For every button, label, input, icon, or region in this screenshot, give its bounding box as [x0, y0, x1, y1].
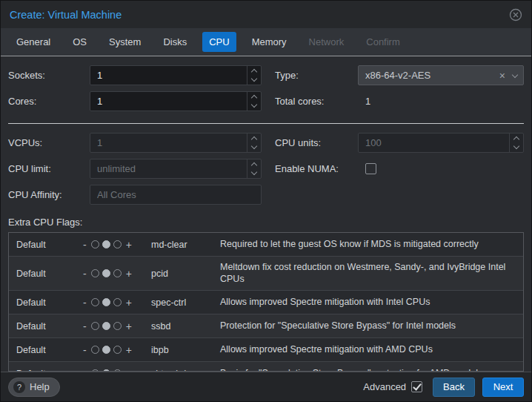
chevron-down-icon[interactable]	[251, 102, 257, 108]
flag-name: spec-ctrl	[144, 297, 220, 308]
sockets-spinner-buttons[interactable]	[247, 66, 261, 85]
back-button[interactable]: Back	[433, 378, 475, 397]
flag-tristate-slider[interactable]: -+	[71, 240, 144, 250]
plus-icon[interactable]: +	[124, 240, 133, 250]
slider-dot-default[interactable]	[102, 240, 110, 248]
advanced-label: Advanced	[363, 381, 406, 392]
chevron-up-icon[interactable]	[513, 136, 519, 142]
cpu-limit-value: unlimited	[97, 163, 242, 174]
slider-dot-default[interactable]	[102, 269, 110, 277]
cpu-affinity-field[interactable]: All Cores	[90, 185, 262, 205]
plus-icon[interactable]: +	[124, 297, 133, 308]
flag-state: Default	[9, 240, 71, 250]
minus-icon[interactable]: -	[82, 345, 88, 355]
help-icon: ?	[13, 381, 25, 393]
slider-dot-yes[interactable]	[113, 322, 122, 330]
flag-name: ibpb	[144, 345, 220, 355]
minus-icon[interactable]: -	[82, 240, 88, 250]
slider-dot-default[interactable]	[102, 346, 110, 354]
tab-general[interactable]: General	[10, 32, 57, 52]
slider-dot-yes[interactable]	[113, 298, 122, 306]
cpu-units-spinner-buttons[interactable]	[509, 134, 523, 152]
tab-os[interactable]: OS	[66, 32, 93, 52]
type-combobox[interactable]: x86-64-v2-AES ×	[358, 65, 524, 85]
flag-row-virt-ssbd: Default-+virt-ssbdBasis for "Speculative…	[9, 362, 523, 372]
enable-numa-label: Enable NUMA:	[266, 163, 353, 174]
flag-row-md-clear: Default-+md-clearRequired to let the gue…	[9, 233, 523, 257]
dialog-footer: ? Help Advanced Back Next	[1, 372, 531, 401]
flag-description: Meltdown fix cost reduction on Westmere,…	[220, 262, 523, 285]
cpu-affinity-label: CPU Affinity:	[8, 189, 85, 200]
flags-table: Default-+md-clearRequired to let the gue…	[8, 232, 524, 372]
flag-tristate-slider[interactable]: -+	[71, 268, 144, 279]
slider-dot-no[interactable]	[91, 240, 99, 248]
flag-description: Allows improved Spectre mitigation with …	[220, 344, 523, 356]
advanced-toggle[interactable]: Advanced	[363, 381, 422, 392]
next-button[interactable]: Next	[482, 378, 524, 397]
flag-state: Default	[9, 297, 71, 308]
tab-memory[interactable]: Memory	[245, 32, 293, 52]
chevron-up-icon[interactable]	[251, 162, 257, 168]
flag-name: ssbd	[144, 321, 220, 332]
create-vm-dialog: Create: Virtual Machine GeneralOSSystemD…	[0, 0, 532, 402]
slider-dot-no[interactable]	[91, 322, 99, 330]
slider-dot-no[interactable]	[91, 298, 99, 306]
cores-spinner-buttons[interactable]	[247, 92, 261, 111]
slider-dot-default[interactable]	[102, 322, 110, 330]
advanced-section-divider	[8, 123, 524, 124]
chevron-down-icon[interactable]	[513, 143, 519, 149]
cpu-limit-spinner-buttons[interactable]	[247, 159, 261, 178]
help-button[interactable]: ? Help	[8, 378, 60, 397]
cores-field[interactable]: 1	[90, 91, 262, 111]
slider-dot-yes[interactable]	[113, 346, 122, 354]
flag-state: Default	[9, 345, 71, 355]
slider-dot-no[interactable]	[91, 269, 99, 277]
close-icon[interactable]	[509, 8, 522, 22]
minus-icon[interactable]: -	[82, 297, 88, 308]
cpu-units-field[interactable]: 100	[358, 133, 524, 153]
type-label: Type:	[266, 70, 353, 81]
slider-dot-no[interactable]	[91, 346, 99, 354]
chevron-down-icon[interactable]	[251, 76, 257, 82]
minus-icon[interactable]: -	[82, 268, 88, 279]
sockets-field[interactable]: 1	[90, 65, 262, 85]
slider-dot-yes[interactable]	[113, 269, 122, 277]
tab-system[interactable]: System	[102, 32, 147, 52]
tab-bar: GeneralOSSystemDisksCPUMemoryNetworkConf…	[1, 28, 531, 56]
chevron-down-icon[interactable]	[251, 169, 257, 175]
slider-dot-yes[interactable]	[113, 240, 122, 248]
flag-tristate-slider[interactable]: -+	[71, 345, 144, 355]
minus-icon[interactable]: -	[82, 321, 88, 332]
clear-icon[interactable]: ×	[494, 70, 511, 82]
tab-disks[interactable]: Disks	[156, 32, 193, 52]
flag-description: Required to let the guest OS know if MDS…	[220, 239, 523, 251]
sockets-label: Sockets:	[8, 70, 85, 81]
vcpus-value: 1	[97, 137, 242, 148]
chevron-up-icon[interactable]	[251, 69, 257, 75]
plus-icon[interactable]: +	[124, 321, 133, 332]
cpu-limit-label: CPU limit:	[8, 163, 85, 174]
chevron-down-icon[interactable]	[512, 71, 518, 77]
vcpus-field[interactable]: 1	[90, 133, 262, 153]
flag-state: Default	[9, 321, 71, 332]
tab-confirm: Confirm	[359, 32, 407, 52]
slider-dot-default[interactable]	[102, 298, 110, 306]
vcpus-spinner-buttons[interactable]	[247, 134, 261, 152]
cpu-units-value: 100	[365, 137, 504, 148]
advanced-checkbox[interactable]	[411, 381, 422, 392]
chevron-up-icon[interactable]	[251, 136, 257, 142]
flag-name: pcid	[144, 268, 220, 279]
flag-description: Protection for "Speculative Store Bypass…	[220, 320, 523, 332]
cpu-limit-field[interactable]: unlimited	[90, 159, 262, 179]
plus-icon[interactable]: +	[124, 345, 133, 355]
flag-tristate-slider[interactable]: -+	[71, 321, 144, 332]
tab-cpu[interactable]: CPU	[202, 32, 236, 52]
chevron-up-icon[interactable]	[251, 95, 257, 101]
flag-row-ssbd: Default-+ssbdProtection for "Speculative…	[9, 314, 523, 338]
extra-cpu-flags-label: Extra CPU Flags:	[8, 217, 524, 228]
plus-icon[interactable]: +	[124, 268, 133, 279]
cpu-affinity-value: All Cores	[97, 189, 254, 200]
enable-numa-checkbox[interactable]	[365, 163, 376, 174]
chevron-down-icon[interactable]	[251, 143, 257, 149]
flag-tristate-slider[interactable]: -+	[71, 297, 144, 308]
